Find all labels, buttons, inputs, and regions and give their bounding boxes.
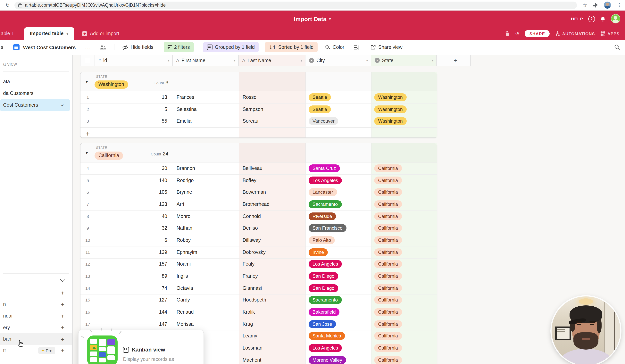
- cell-last-name[interactable]: Giannasi: [239, 282, 306, 294]
- create-view-item[interactable]: ban+: [0, 333, 72, 345]
- cell-city[interactable]: Seattle: [306, 103, 371, 115]
- cell-state[interactable]: California: [371, 282, 437, 294]
- cell-last-name[interactable]: Dobrovsky: [239, 246, 306, 258]
- add-view-plus-icon[interactable]: +: [61, 324, 64, 331]
- create-view-item[interactable]: tt✦Pro+: [0, 345, 72, 356]
- cell-first-name[interactable]: Ephrayim: [173, 246, 239, 258]
- cell-state[interactable]: California: [371, 198, 437, 210]
- sidebar-view-item[interactable]: Cost Customers✓: [0, 99, 70, 111]
- add-or-import-button[interactable]: + Add or import: [82, 31, 119, 40]
- sidebar-view-item[interactable]: ata: [0, 76, 70, 88]
- cell-city[interactable]: Los Angeles: [306, 258, 371, 270]
- cell-state[interactable]: California: [371, 330, 437, 342]
- create-section-header[interactable]: ...: [0, 274, 72, 287]
- history-icon[interactable]: ↺: [515, 31, 519, 36]
- cell-last-name[interactable]: Connold: [239, 211, 306, 222]
- cell-first-name[interactable]: Merissa: [173, 318, 239, 330]
- apps-button[interactable]: APPS: [600, 31, 620, 36]
- cell-id[interactable]: 13: [95, 91, 173, 103]
- find-view-search[interactable]: a view: [3, 61, 72, 67]
- cell-last-name[interactable]: Krolik: [239, 306, 306, 318]
- cell-state[interactable]: California: [371, 162, 437, 174]
- cell-first-name[interactable]: Arri: [173, 198, 239, 210]
- create-view-item[interactable]: +: [0, 287, 72, 299]
- cell-city[interactable]: Lancaster: [306, 186, 371, 198]
- add-view-plus-icon[interactable]: +: [61, 313, 64, 319]
- row-height-icon[interactable]: [354, 45, 360, 50]
- table-row[interactable]: 12157NoamiFealyLos AngelesCalifornia: [80, 258, 437, 270]
- cell-state[interactable]: Washington: [371, 91, 437, 103]
- chevron-down-icon[interactable]: ▾: [168, 58, 170, 62]
- cell-last-name[interactable]: Bowerman: [239, 186, 306, 198]
- cell-id[interactable]: 127: [95, 294, 173, 306]
- cell-first-name[interactable]: Noami: [173, 258, 239, 270]
- cell-city[interactable]: Bakersfield: [306, 306, 371, 318]
- share-button[interactable]: SHARE: [525, 30, 550, 37]
- trash-icon[interactable]: [504, 31, 510, 36]
- cell-state[interactable]: Washington: [371, 103, 437, 115]
- cell-city[interactable]: Seattle: [306, 91, 371, 103]
- collaborators-icon[interactable]: [100, 45, 106, 50]
- cell-first-name[interactable]: Octavia: [173, 282, 239, 294]
- browser-menu-icon[interactable]: ⋮: [617, 3, 622, 7]
- cell-city[interactable]: San Diego: [306, 282, 371, 294]
- cell-last-name[interactable]: Krug: [239, 318, 306, 330]
- cell-state[interactable]: Washington: [371, 115, 437, 127]
- filters-button[interactable]: 2 filters: [163, 42, 194, 52]
- add-view-plus-icon[interactable]: +: [61, 336, 64, 342]
- column-header-city[interactable]: ▾City▾: [306, 55, 371, 66]
- views-toggle-fragment[interactable]: s: [1, 45, 3, 50]
- cell-state[interactable]: California: [371, 354, 437, 364]
- cell-state[interactable]: California: [371, 246, 437, 258]
- cell-first-name[interactable]: Rodrigo: [173, 174, 239, 186]
- bookmark-star-icon[interactable]: ☆: [582, 2, 587, 8]
- cell-last-name[interactable]: Leamy: [239, 330, 306, 342]
- help-button[interactable]: HELP: [571, 16, 583, 21]
- group-button[interactable]: Grouped by 1 field: [203, 42, 259, 52]
- cell-id[interactable]: 147: [95, 318, 173, 330]
- table-row[interactable]: 11139EphrayimDobrovskyIrvineCalifornia: [80, 246, 437, 258]
- column-header-last-name[interactable]: ALast Name▾: [239, 55, 306, 66]
- cell-first-name[interactable]: Brannon: [173, 162, 239, 174]
- cell-city[interactable]: Santa Cruz: [306, 162, 371, 174]
- cell-state[interactable]: California: [371, 211, 437, 222]
- cell-id[interactable]: 123: [95, 198, 173, 210]
- cell-id[interactable]: 40: [95, 211, 173, 222]
- base-title[interactable]: Import Data ▼: [0, 10, 625, 27]
- chevron-down-icon[interactable]: ▾: [234, 58, 236, 62]
- cell-id[interactable]: 55: [95, 115, 173, 127]
- cell-id[interactable]: 89: [95, 270, 173, 282]
- cell-last-name[interactable]: Lossman: [239, 342, 306, 354]
- view-overflow-menu[interactable]: ...: [85, 44, 91, 50]
- table-row[interactable]: 5140RodrigoBoffeyLos AngelesCalifornia: [80, 174, 437, 186]
- cell-state[interactable]: California: [371, 258, 437, 270]
- cell-city[interactable]: Riverside: [306, 211, 371, 222]
- tab-imported-table[interactable]: Imported table ▼: [24, 27, 74, 40]
- table-row[interactable]: 16144RenaudKrolikBakersfieldCalifornia: [80, 306, 437, 318]
- cell-last-name[interactable]: Belliveau: [239, 162, 306, 174]
- table-row[interactable]: 17147MerissaKrugSan JoseCalifornia: [80, 318, 437, 330]
- cell-id[interactable]: 74: [95, 282, 173, 294]
- create-view-item[interactable]: ndar+: [0, 310, 72, 322]
- cell-first-name[interactable]: Emelia: [173, 115, 239, 127]
- column-header-id[interactable]: #id▾: [95, 55, 173, 66]
- reload-icon[interactable]: ↻: [5, 2, 10, 8]
- cell-last-name[interactable]: Dillaway: [239, 234, 306, 246]
- column-header-first-name[interactable]: AFirst Name▾: [173, 55, 239, 66]
- table-row[interactable]: 932NathanDenisoSan FranciscoCalifornia: [80, 222, 437, 234]
- cell-state[interactable]: California: [371, 318, 437, 330]
- cell-first-name[interactable]: Monro: [173, 211, 239, 222]
- cell-state[interactable]: California: [371, 342, 437, 354]
- cell-city[interactable]: Sacramento: [306, 294, 371, 306]
- collapse-triangle-icon[interactable]: ▼: [86, 151, 88, 155]
- cell-city[interactable]: Moreno Valley: [306, 354, 371, 364]
- cell-id[interactable]: 30: [95, 162, 173, 174]
- table-row[interactable]: 113FrancesRossoSeattleWashington: [80, 91, 437, 103]
- extensions-puzzle-icon[interactable]: [593, 2, 598, 8]
- cell-id[interactable]: 105: [95, 186, 173, 198]
- cell-state[interactable]: California: [371, 222, 437, 234]
- cell-id[interactable]: 5: [95, 103, 173, 115]
- cell-state[interactable]: California: [371, 306, 437, 318]
- sidebar-view-item[interactable]: da Customers: [0, 88, 70, 99]
- cell-last-name[interactable]: Rosso: [239, 91, 306, 103]
